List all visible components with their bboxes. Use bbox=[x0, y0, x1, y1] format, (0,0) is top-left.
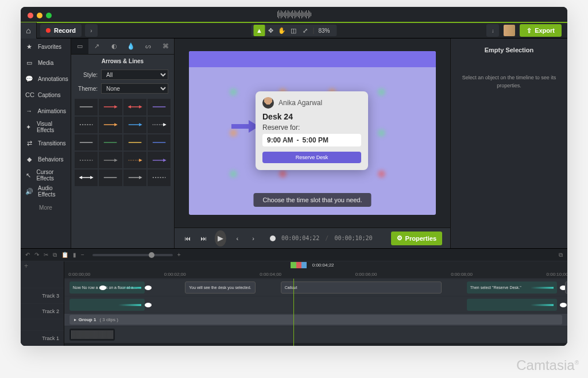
arrow-swatch[interactable] bbox=[75, 152, 98, 168]
arrow-swatch[interactable] bbox=[148, 169, 171, 186]
home-button[interactable]: ⌂ bbox=[21, 22, 37, 38]
arrow-swatch[interactable] bbox=[148, 117, 171, 133]
arrow-swatch[interactable] bbox=[123, 117, 146, 133]
arrow-swatch[interactable] bbox=[123, 134, 146, 151]
paste-icon[interactable]: 📋 bbox=[61, 252, 68, 258]
marker-dot[interactable] bbox=[99, 286, 106, 290]
clip[interactable]: Now No row a desk on a floor at a… bbox=[69, 281, 145, 294]
style-select[interactable]: All bbox=[101, 70, 168, 80]
record-dropdown[interactable]: › bbox=[85, 24, 98, 37]
timeline-ruler[interactable]: 0:00:04;22 0:00:00;00 0:00:02;00 0:00:04… bbox=[64, 261, 567, 279]
sidebar-item-transitions[interactable]: ⇄Transitions bbox=[21, 135, 71, 151]
tab-arrow[interactable]: ↗ bbox=[88, 38, 106, 54]
step-fwd-button[interactable]: › bbox=[248, 232, 258, 245]
track-label-group[interactable] bbox=[21, 319, 64, 330]
step-back-button[interactable]: ‹ bbox=[232, 232, 242, 245]
record-button[interactable]: Record bbox=[40, 24, 82, 37]
maximize-window-icon[interactable] bbox=[46, 13, 52, 18]
sidebar-item-cursor-effects[interactable]: ↖Cursor Effects bbox=[21, 167, 71, 183]
arrow-swatch[interactable] bbox=[75, 134, 98, 151]
select-tool-icon[interactable]: ▲ bbox=[253, 25, 265, 36]
track-label-2[interactable]: Track 2 bbox=[21, 303, 64, 319]
clip-group[interactable]: ▸ Group 1 ( 3 clips ) bbox=[69, 315, 562, 325]
play-button[interactable]: ▶ bbox=[215, 230, 227, 246]
download-button[interactable]: ↓ bbox=[486, 24, 499, 37]
arrow-swatch[interactable] bbox=[148, 99, 171, 115]
arrow-swatch[interactable] bbox=[123, 152, 146, 168]
arrow-swatch[interactable] bbox=[99, 117, 122, 133]
track-1[interactable] bbox=[64, 326, 567, 343]
cut-icon[interactable]: ✂ bbox=[44, 252, 48, 258]
clip[interactable]: You will see the desk you selected. bbox=[185, 281, 256, 294]
marker-dot[interactable] bbox=[145, 303, 152, 307]
track-label-1[interactable]: Track 1 bbox=[21, 330, 64, 346]
theme-select[interactable]: None bbox=[101, 83, 168, 94]
clip[interactable]: Callout bbox=[281, 281, 442, 294]
tab-style-basic[interactable]: ▭ bbox=[71, 38, 88, 54]
sidebar-item-visual-effects[interactable]: ✦Visual Effects bbox=[21, 119, 71, 135]
arrow-swatch[interactable] bbox=[75, 99, 98, 115]
tab-blur[interactable]: 💧 bbox=[122, 38, 140, 54]
prev-frame-button[interactable]: ⏮ bbox=[183, 232, 193, 245]
track-group[interactable]: ▸ Group 1 ( 3 clips ) bbox=[64, 313, 567, 326]
group-expand-icon[interactable]: ▸ bbox=[74, 317, 76, 322]
reserve-button[interactable]: Reserve Desk bbox=[262, 152, 361, 163]
asset-thumb[interactable] bbox=[504, 25, 515, 36]
hand-tool-icon[interactable]: ✋ bbox=[276, 25, 288, 36]
zoom-dropdown[interactable]: 83% bbox=[313, 28, 334, 34]
arrow-swatch[interactable] bbox=[99, 134, 122, 151]
next-frame-button[interactable]: ⏭ bbox=[199, 232, 209, 245]
sidebar-item-annotations[interactable]: 💬Annotations bbox=[21, 71, 71, 87]
arrow-swatch[interactable] bbox=[75, 169, 98, 186]
playhead[interactable] bbox=[293, 279, 294, 346]
marker-dot[interactable] bbox=[560, 303, 567, 307]
split-icon[interactable]: ▮ bbox=[73, 252, 76, 258]
arrow-swatch[interactable] bbox=[148, 152, 171, 168]
tab-keystroke[interactable]: ⌘ bbox=[157, 38, 174, 54]
scrubber-handle[interactable] bbox=[270, 236, 276, 241]
undo-icon[interactable]: ↶ bbox=[25, 252, 30, 258]
pan-tool-icon[interactable]: ✥ bbox=[265, 25, 276, 36]
sidebar-item-captions[interactable]: CCCaptions bbox=[21, 87, 71, 103]
clip[interactable] bbox=[69, 299, 145, 311]
arrow-swatch[interactable] bbox=[99, 152, 122, 168]
track-2[interactable] bbox=[64, 296, 567, 313]
canvas[interactable]: Anika Agarwal Desk 24 Reserve for: 9:00 … bbox=[175, 38, 450, 227]
arrow-swatch[interactable] bbox=[123, 99, 146, 115]
add-track-button[interactable]: + bbox=[21, 261, 64, 271]
clip[interactable]: Then select "Reserve Desk." bbox=[467, 281, 558, 294]
tracks-area[interactable]: 0:00:04;22 0:00:00;00 0:00:02;00 0:00:04… bbox=[64, 261, 567, 346]
tab-sketch[interactable]: ᔕ bbox=[140, 38, 157, 54]
sidebar-item-media[interactable]: ▭Media bbox=[21, 55, 71, 71]
arrow-swatch[interactable] bbox=[75, 117, 98, 133]
arrow-swatch[interactable] bbox=[99, 169, 122, 186]
marker-dot[interactable] bbox=[145, 286, 152, 290]
arrow-swatch[interactable] bbox=[148, 134, 171, 151]
arrow-swatch[interactable] bbox=[99, 99, 122, 115]
clip[interactable] bbox=[467, 299, 558, 311]
track-label-3[interactable]: Track 3 bbox=[21, 288, 64, 303]
track-3[interactable]: Now No row a desk on a floor at a… You w… bbox=[64, 279, 567, 296]
crop-tool-icon[interactable]: ◫ bbox=[288, 25, 299, 36]
zoom-in-icon[interactable]: + bbox=[177, 252, 181, 258]
sidebar-item-favorites[interactable]: ★Favorites bbox=[21, 38, 71, 55]
detach-icon[interactable]: ⧉ bbox=[559, 252, 563, 259]
sidebar-item-audio-effects[interactable]: 🔊Audio Effects bbox=[21, 183, 71, 199]
tab-shape[interactable]: ◐ bbox=[106, 38, 123, 54]
copy-icon[interactable]: ⧉ bbox=[53, 252, 57, 259]
redo-icon[interactable]: ↷ bbox=[34, 252, 39, 258]
arrow-swatch[interactable] bbox=[123, 169, 146, 186]
sidebar-item-animations[interactable]: →Animations bbox=[21, 103, 71, 119]
playhead-flag[interactable] bbox=[291, 262, 307, 268]
close-window-icon[interactable] bbox=[28, 13, 33, 18]
sidebar-more[interactable]: More bbox=[21, 199, 71, 215]
clip-audio[interactable] bbox=[69, 329, 115, 341]
clip[interactable]: Ca bbox=[565, 281, 567, 294]
timeline-zoom-slider[interactable] bbox=[92, 254, 173, 256]
minimize-window-icon[interactable] bbox=[37, 13, 42, 18]
zoom-out-icon[interactable]: − bbox=[81, 252, 84, 258]
properties-button[interactable]: ⚙Properties bbox=[391, 232, 442, 245]
magnify-tool-icon[interactable]: ⤢ bbox=[299, 25, 311, 36]
sidebar-item-behaviors[interactable]: ◆Behaviors bbox=[21, 151, 71, 167]
export-button[interactable]: ⇧ Export bbox=[520, 24, 562, 37]
